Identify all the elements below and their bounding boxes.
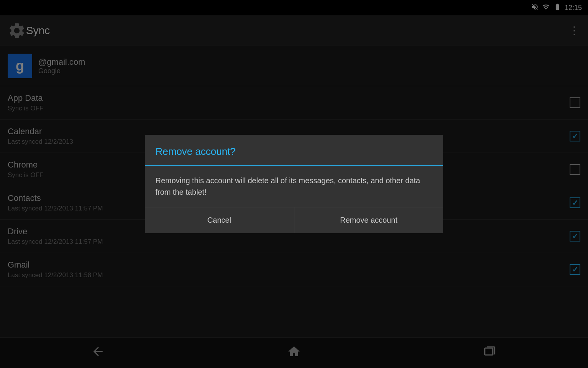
remove-account-dialog: Remove account? Removing this account wi…: [145, 135, 443, 233]
modal-overlay: Remove account? Removing this account wi…: [0, 0, 588, 368]
cancel-button[interactable]: Cancel: [145, 207, 294, 233]
dialog-buttons: Cancel Remove account: [145, 207, 443, 233]
remove-account-button[interactable]: Remove account: [294, 207, 444, 233]
dialog-content: Removing this account will delete all of…: [145, 166, 443, 207]
dialog-title: Remove account?: [145, 135, 443, 166]
